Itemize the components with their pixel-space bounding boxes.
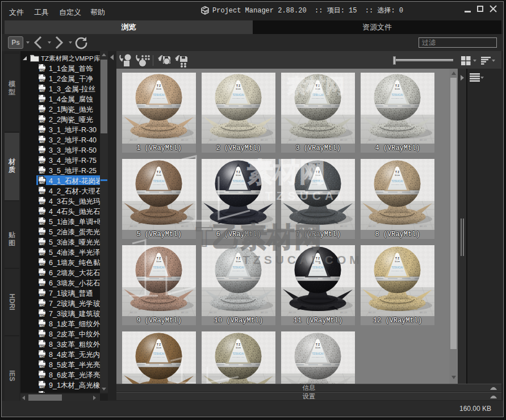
svg-text:MAT: MAT <box>39 100 45 103</box>
svg-text:MAT: MAT <box>39 171 45 174</box>
svg-text:MAT: MAT <box>39 376 45 379</box>
svg-text:MAT: MAT <box>39 141 45 144</box>
svg-text:MAT: MAT <box>39 212 45 215</box>
svg-text:MAT: MAT <box>39 304 45 307</box>
svg-text:MAT: MAT <box>39 253 45 256</box>
svg-text:MAT: MAT <box>39 345 45 348</box>
svg-text:MAT: MAT <box>39 182 45 184</box>
svg-text:MAT: MAT <box>39 233 45 236</box>
svg-text:MAT: MAT <box>39 90 45 93</box>
svg-text:MAT: MAT <box>39 355 45 358</box>
svg-text:MAT: MAT <box>39 222 45 225</box>
svg-text:MAT: MAT <box>39 110 45 113</box>
svg-text:MAT: MAT <box>39 131 45 133</box>
svg-text:MAT: MAT <box>39 161 45 164</box>
svg-text:MAT: MAT <box>39 274 45 276</box>
svg-text:MAT: MAT <box>39 386 45 389</box>
svg-text:MAT: MAT <box>39 69 45 72</box>
svg-text:MAT: MAT <box>39 202 45 205</box>
svg-text:MAT: MAT <box>39 151 45 154</box>
svg-text:MAT: MAT <box>39 192 45 195</box>
svg-text:MAT: MAT <box>39 325 45 327</box>
svg-text:MAT: MAT <box>39 79 45 82</box>
svg-text:MAT: MAT <box>39 120 45 123</box>
svg-text:MAT: MAT <box>39 243 45 246</box>
svg-text:MAT: MAT <box>39 366 45 368</box>
svg-text:MAT: MAT <box>39 314 45 317</box>
svg-text:MAT: MAT <box>39 335 45 338</box>
svg-text:MAT: MAT <box>39 294 45 297</box>
svg-text:MAT: MAT <box>39 284 45 287</box>
svg-text:MAT: MAT <box>39 263 45 266</box>
